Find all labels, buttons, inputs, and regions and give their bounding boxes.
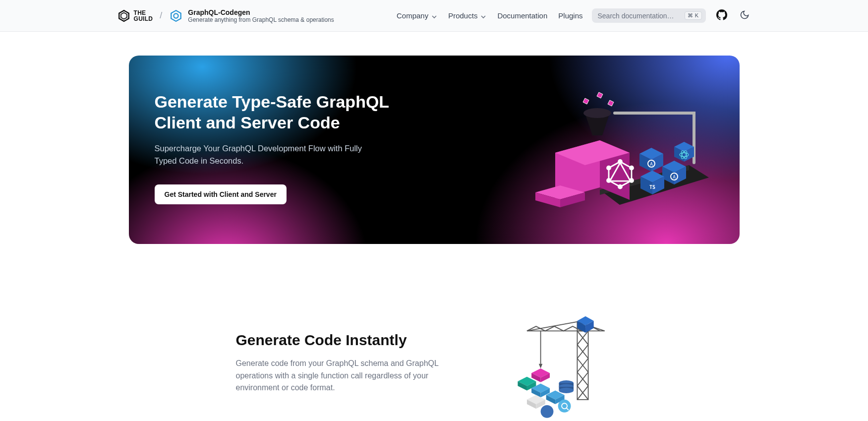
guild-name-line2: GUILD — [134, 15, 153, 22]
svg-text:A: A — [673, 175, 676, 180]
hero-copy: Generate Type-Safe GraphQL Client and Se… — [155, 91, 412, 205]
moon-icon — [740, 10, 750, 22]
hero-card: Generate Type-Safe GraphQL Client and Se… — [129, 56, 740, 244]
svg-point-3 — [174, 13, 178, 18]
instant-section: Generate Code Instantly Generate code fr… — [129, 299, 740, 421]
crane-illustration — [504, 299, 633, 421]
hero-illustration: A A TS — [525, 83, 714, 212]
svg-text:TS: TS — [649, 184, 655, 190]
github-icon — [716, 9, 727, 22]
svg-marker-12 — [597, 92, 603, 98]
chevron-down-icon — [431, 13, 437, 19]
hero-subtitle: Supercharge Your GraphQL Development Flo… — [155, 142, 363, 167]
svg-point-16 — [618, 160, 622, 164]
svg-point-20 — [607, 179, 610, 182]
nav-documentation[interactable]: Documentation — [497, 11, 547, 20]
svg-point-71 — [558, 400, 571, 413]
ground-tiles-icon — [518, 377, 574, 418]
breadcrumb-slash: / — [160, 10, 162, 21]
svg-marker-50 — [538, 364, 542, 368]
svg-marker-11 — [583, 98, 589, 104]
guild-hex-icon — [117, 9, 131, 23]
nav-company[interactable]: Company — [397, 11, 437, 20]
nav-plugins-label: Plugins — [558, 11, 582, 20]
codegen-logo-icon — [169, 9, 183, 23]
svg-point-21 — [607, 166, 610, 170]
header-inner: THE GUILD / GraphQL-Codegen Generate any… — [117, 8, 752, 23]
product-name: GraphQL-Codegen — [188, 8, 334, 16]
nav-documentation-label: Documentation — [497, 11, 547, 20]
guild-logo-link[interactable]: THE GUILD — [117, 9, 153, 23]
nav-products-label: Products — [448, 11, 477, 20]
page-container: Generate Type-Safe GraphQL Client and Se… — [117, 32, 752, 421]
brand-block: THE GUILD / GraphQL-Codegen Generate any… — [117, 8, 334, 23]
svg-marker-2 — [172, 10, 181, 21]
instant-copy: Generate Code Instantly Generate code fr… — [236, 332, 444, 394]
nav-company-label: Company — [397, 11, 428, 20]
product-link[interactable]: GraphQL-Codegen Generate anything from G… — [169, 8, 334, 23]
svg-text:A: A — [650, 162, 653, 167]
section2-body: Generate code from your GraphQL schema a… — [236, 358, 444, 394]
svg-point-74 — [540, 405, 553, 418]
search-input[interactable]: Search documentation… ⌘ K — [592, 8, 706, 23]
github-link[interactable] — [715, 9, 729, 23]
svg-point-67 — [559, 388, 574, 393]
search-shortcut: ⌘ K — [685, 11, 702, 20]
top-header: THE GUILD / GraphQL-Codegen Generate any… — [0, 0, 868, 32]
hero-cta-button[interactable]: Get Started with Client and Server — [155, 184, 287, 204]
section2-title: Generate Code Instantly — [236, 332, 444, 349]
particles-icon — [583, 92, 614, 106]
nav-products[interactable]: Products — [448, 11, 486, 20]
svg-marker-1 — [121, 12, 127, 19]
chevron-down-icon — [480, 13, 486, 19]
product-tagline: Generate anything from GraphQL schema & … — [188, 16, 334, 23]
guild-text: THE GUILD — [134, 10, 153, 22]
svg-marker-13 — [608, 100, 614, 106]
svg-point-19 — [618, 185, 622, 188]
product-text: GraphQL-Codegen Generate anything from G… — [188, 8, 334, 23]
svg-point-17 — [630, 166, 633, 170]
search-placeholder: Search documentation… — [598, 12, 674, 20]
main-nav: Company Products Documentation Plugins — [397, 11, 583, 20]
svg-point-18 — [630, 179, 633, 182]
hero-title: Generate Type-Safe GraphQL Client and Se… — [155, 91, 412, 133]
svg-point-10 — [583, 108, 611, 118]
nav-plugins[interactable]: Plugins — [558, 11, 582, 20]
theme-toggle[interactable] — [738, 9, 752, 23]
